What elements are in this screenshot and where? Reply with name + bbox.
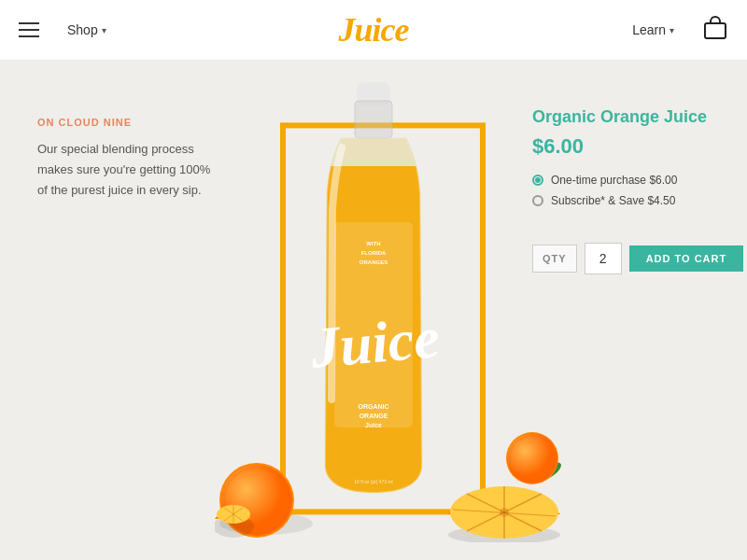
svg-text:ORANGES: ORANGES <box>359 259 388 265</box>
learn-chevron-icon: ▾ <box>669 25 674 35</box>
left-panel: ON CLOUD NINE Our special blending proce… <box>0 61 243 560</box>
tagline-description: Our special blending process makes sure … <box>37 139 215 201</box>
subscribe-radio[interactable] <box>532 195 543 206</box>
one-time-option[interactable]: One-time purchase $6.00 <box>532 174 724 187</box>
learn-label: Learn <box>632 22 666 37</box>
svg-text:ORANGE: ORANGE <box>359 413 388 419</box>
header-right: Learn ▾ <box>632 15 728 45</box>
shop-chevron-icon: ▾ <box>102 25 106 35</box>
shop-label: Shop <box>67 22 98 37</box>
center-panel: WITH FLORIDA ORANGES Juice ORGANIC ORANG… <box>243 61 523 560</box>
header-left: Shop ▾ <box>19 22 106 37</box>
svg-text:16 fl oz (pt) 473 ml: 16 fl oz (pt) 473 ml <box>354 479 392 484</box>
qty-label: QTY <box>532 245 577 273</box>
purchase-options: One-time purchase $6.00 Subscribe* & Sav… <box>532 174 724 215</box>
svg-text:WITH: WITH <box>366 241 380 246</box>
svg-point-32 <box>507 433 557 483</box>
subscribe-option[interactable]: Subscribe* & Save $4.50 <box>532 194 724 207</box>
svg-text:FLORIDA: FLORIDA <box>361 250 387 256</box>
add-to-cart-button[interactable]: ADD TO CART <box>629 245 744 272</box>
qty-input[interactable]: 2 <box>585 243 622 274</box>
cart-icon[interactable] <box>702 15 728 45</box>
svg-rect-2 <box>355 101 392 138</box>
hamburger-menu-icon[interactable] <box>19 22 39 37</box>
subscribe-label: Subscribe* & Save $4.50 <box>551 194 675 207</box>
main-content: ON CLOUD NINE Our special blending proce… <box>0 61 747 560</box>
svg-text:ORGANIC: ORGANIC <box>358 403 388 410</box>
product-price: $6.00 <box>532 134 724 159</box>
oranges-right <box>439 430 570 546</box>
product-title: Organic Orange Juice <box>532 107 724 127</box>
tagline-label: ON CLOUD NINE <box>37 117 215 128</box>
logo[interactable]: Juice <box>339 11 409 49</box>
svg-text:Juice: Juice <box>365 422 382 428</box>
shop-nav[interactable]: Shop ▾ <box>67 22 106 37</box>
learn-nav[interactable]: Learn ▾ <box>632 22 674 37</box>
svg-point-28 <box>500 508 509 517</box>
svg-rect-0 <box>705 23 726 38</box>
qty-cart-row: QTY 2 ADD TO CART <box>532 243 724 274</box>
one-time-label: One-time purchase $6.00 <box>551 174 677 187</box>
oranges-left <box>215 444 317 541</box>
one-time-radio[interactable] <box>532 175 543 186</box>
svg-text:Juice: Juice <box>307 305 442 380</box>
header-center: Juice <box>339 10 409 49</box>
